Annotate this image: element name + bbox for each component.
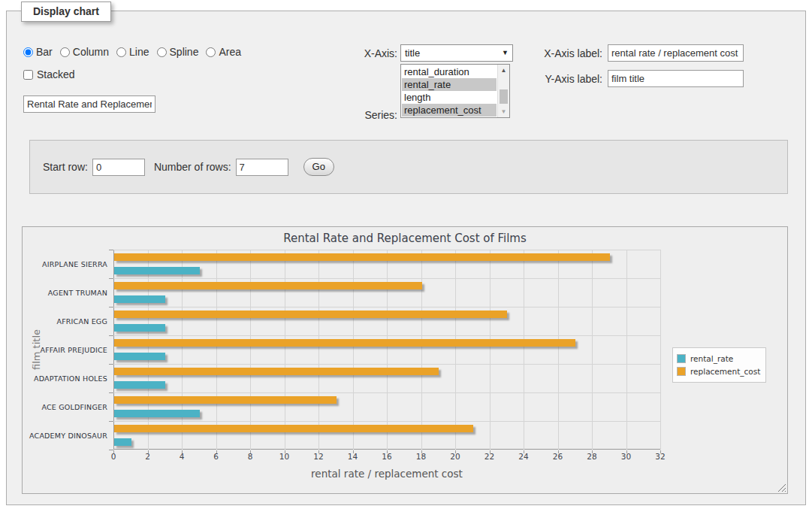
x-axis-label-label: X-Axis label:	[528, 47, 602, 59]
gridline	[626, 250, 627, 450]
category-label: AGENT TRUMAN	[23, 289, 107, 297]
resize-grip-icon[interactable]	[776, 482, 786, 492]
gridline	[113, 421, 660, 422]
gridline	[113, 335, 660, 336]
stacked-label: Stacked	[37, 68, 75, 80]
scroll-up-icon[interactable]: ▲	[498, 65, 509, 76]
x-tick-label: 28	[581, 452, 603, 461]
chart-type-option-bar[interactable]: Bar	[23, 46, 53, 58]
gridline	[113, 250, 660, 250]
x-axis-select-label: X-Axis:	[322, 47, 397, 59]
bar-rental_rate	[114, 295, 165, 303]
gridline	[387, 250, 388, 450]
bar-rental_rate	[114, 381, 165, 389]
go-button[interactable]: Go	[303, 158, 334, 176]
chart-type-option-label: Line	[129, 46, 149, 58]
x-axis-label-input[interactable]	[608, 44, 744, 62]
chart-type-option-line[interactable]: Line	[116, 46, 149, 58]
series-scrollbar[interactable]: ▲ ▼	[497, 65, 509, 117]
x-tick-label: 4	[171, 452, 193, 461]
x-tick-label: 24	[512, 452, 535, 461]
display-chart-panel: Display chart BarColumnLineSplineArea St…	[6, 11, 806, 505]
chart-type-option-spline[interactable]: Spline	[157, 46, 199, 58]
y-tick-mark	[109, 250, 113, 250]
legend-item: rental_rate	[677, 353, 760, 365]
series-option-replacement_cost[interactable]: replacement_cost	[402, 104, 497, 117]
series-option-rental_rate[interactable]: rental_rate	[402, 78, 497, 91]
bar-rental_rate	[114, 438, 131, 446]
radio-bar[interactable]	[23, 47, 33, 57]
stacked-checkbox[interactable]	[23, 70, 33, 80]
chart-type-option-label: Column	[73, 46, 109, 58]
category-label: ADAPTATION HOLES	[23, 374, 107, 383]
gridline	[250, 250, 251, 450]
category-label: ACADEMY DINOSAUR	[23, 432, 107, 440]
stacked-option[interactable]: Stacked	[23, 68, 75, 80]
chevron-down-icon: ▼	[502, 49, 509, 56]
x-tick-label: 2	[137, 452, 159, 461]
series-listbox-label: Series:	[322, 109, 397, 121]
bar-rental_rate	[114, 267, 200, 274]
bar-replacement_cost	[114, 339, 575, 347]
x-tick-label: 20	[444, 452, 466, 461]
x-tick-label: 18	[410, 452, 433, 461]
category-label: AFRICAN EGG	[23, 317, 107, 326]
bar-replacement_cost	[114, 396, 337, 404]
x-axis-title: rental rate / replacement cost	[113, 468, 660, 480]
radio-line[interactable]	[116, 47, 126, 57]
y-axis-label-input[interactable]	[608, 70, 744, 87]
chart-title-input[interactable]	[23, 95, 155, 113]
scrollbar-thumb[interactable]	[500, 89, 508, 104]
x-tick-label: 26	[547, 452, 569, 461]
radio-spline[interactable]	[157, 47, 167, 57]
bar-replacement_cost	[114, 253, 610, 261]
x-tick-label: 12	[307, 452, 330, 461]
gridline	[524, 250, 524, 450]
gridline	[113, 307, 660, 308]
x-tick-label: 14	[342, 452, 364, 461]
legend-swatch	[677, 367, 686, 376]
x-tick-label: 10	[273, 452, 296, 461]
start-row-input[interactable]	[92, 159, 145, 176]
rows-form-panel: Start row: Number of rows: Go	[29, 140, 788, 194]
x-tick-label: 16	[376, 452, 398, 461]
gridline	[592, 250, 593, 450]
radio-column[interactable]	[60, 47, 70, 57]
gridline	[318, 250, 319, 450]
chart-panel: Rental Rate and Replacement Cost of Film…	[22, 226, 788, 494]
chart-type-option-column[interactable]: Column	[60, 46, 109, 58]
x-tick-label: 30	[615, 452, 638, 461]
number-of-rows-label: Number of rows:	[154, 161, 231, 173]
gridline	[660, 250, 661, 450]
series-option-rental_duration[interactable]: rental_duration	[402, 65, 497, 78]
x-axis-select[interactable]: title ▼	[400, 44, 513, 62]
bar-rental_rate	[114, 410, 200, 417]
y-axis-line	[113, 250, 114, 450]
category-label: ACE GOLDFINGER	[23, 403, 107, 411]
chart-type-option-area[interactable]: Area	[206, 46, 241, 58]
number-of-rows-input[interactable]	[236, 159, 288, 176]
radio-area[interactable]	[206, 47, 216, 57]
chart-type-option-label: Spline	[170, 46, 199, 58]
x-axis-selected-value: title	[405, 47, 420, 59]
gridline	[216, 250, 217, 450]
gridline	[421, 250, 422, 450]
bar-replacement_cost	[114, 368, 439, 375]
panel-legend: Display chart	[21, 2, 111, 22]
gridline	[455, 250, 456, 450]
chart-title: Rental Rate and Replacement Cost of Film…	[23, 232, 787, 245]
scroll-down-icon[interactable]: ▼	[498, 106, 509, 117]
start-row-label: Start row:	[43, 161, 88, 173]
legend-label: replacement_cost	[690, 367, 760, 376]
category-label: AIRPLANE SIERRA	[23, 260, 107, 268]
x-tick-label: 8	[239, 452, 261, 461]
series-option-length[interactable]: length	[402, 91, 497, 104]
chart-type-radio-group: BarColumnLineSplineArea	[23, 46, 241, 58]
gridline	[113, 392, 660, 393]
plot-area	[113, 250, 660, 450]
bar-replacement_cost	[114, 311, 507, 318]
gridline	[182, 250, 183, 450]
chart-type-option-label: Bar	[36, 46, 53, 58]
series-listbox[interactable]: rental_durationrental_ratelengthreplacem…	[400, 64, 510, 118]
bar-rental_rate	[114, 324, 165, 332]
